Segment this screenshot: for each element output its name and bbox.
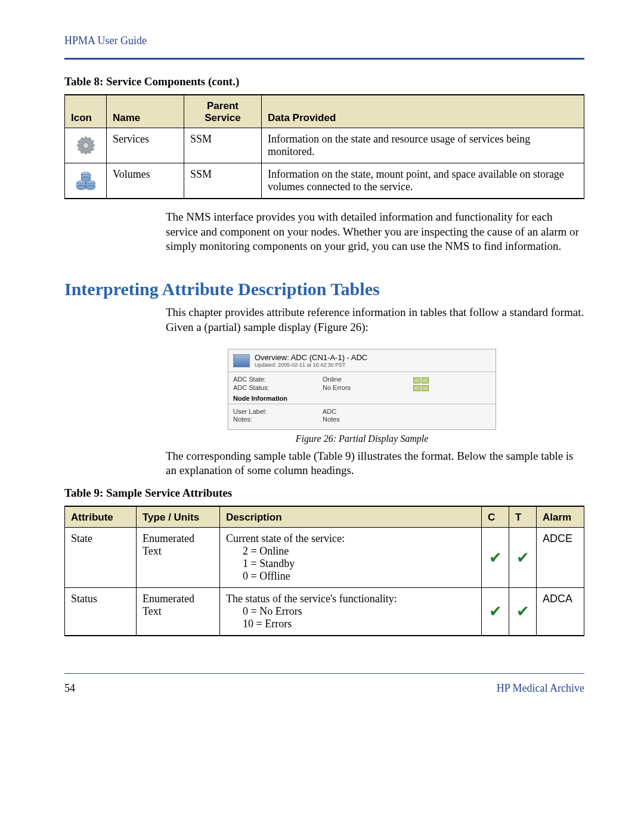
page-number: 54 (64, 682, 75, 695)
status-badge (413, 385, 420, 391)
th-c: C (482, 506, 509, 528)
header-rule (64, 58, 584, 60)
table9: Attribute Type / Units Description C T A… (64, 506, 584, 636)
svg-point-6 (76, 185, 85, 190)
table8-caption: Table 8: Service Components (cont.) (64, 75, 584, 88)
table-row: Status Enumerated Text The status of the… (65, 588, 584, 636)
cell-attr: Status (65, 588, 137, 636)
figure-caption: Figure 26: Partial Display Sample (228, 433, 496, 444)
cell-desc: Current state of the service: 2 = Online… (220, 528, 482, 588)
th-name: Name (107, 95, 184, 128)
server-icon (233, 354, 250, 367)
status-badge (413, 377, 420, 383)
paragraph: The corresponding sample table (Table 9)… (166, 449, 584, 478)
svg-point-9 (86, 185, 95, 190)
table-row: Services SSM Information on the state an… (65, 128, 584, 163)
check-icon: ✔ (488, 549, 503, 567)
fig-value: Online (323, 376, 412, 383)
fig-value: ADC (323, 408, 412, 415)
footer-rule (64, 673, 584, 674)
figure-26: Overview: ADC (CN1-A-1) - ADC Updated: 2… (228, 349, 496, 444)
th-type: Type / Units (137, 506, 220, 528)
status-badge (422, 377, 429, 383)
gear-icon (71, 134, 100, 157)
svg-point-0 (83, 143, 89, 148)
table-row: State Enumerated Text Current state of t… (65, 528, 584, 588)
check-icon: ✔ (488, 602, 503, 621)
page-header: HPMA User Guide (64, 35, 584, 47)
cell-name: Volumes (107, 163, 184, 199)
cell-type: Enumerated Text (137, 528, 220, 588)
table9-caption: Table 9: Sample Service Attributes (64, 487, 584, 500)
th-parent: Parent Service (184, 95, 262, 128)
paragraph: This chapter provides attribute referenc… (166, 305, 584, 335)
cell-data: Information on the state and resource us… (262, 128, 584, 163)
figure-title: Overview: ADC (CN1-A-1) - ADC (255, 353, 367, 362)
cell-name: Services (107, 128, 184, 163)
table-row: Volumes SSM Information on the state, mo… (65, 163, 584, 199)
th-alarm: Alarm (537, 506, 584, 528)
fig-value: No Errors (323, 384, 412, 391)
check-icon: ✔ (515, 602, 530, 621)
th-attr: Attribute (65, 506, 137, 528)
cell-alarm: ADCA (537, 588, 584, 636)
th-desc: Description (220, 506, 482, 528)
fig-label: User Label: (233, 408, 323, 415)
cell-desc: The status of the service's functionalit… (220, 588, 482, 636)
cell-parent: SSM (184, 128, 262, 163)
cell-type: Enumerated Text (137, 588, 220, 636)
fig-label: ADC Status: (233, 384, 323, 391)
check-icon: ✔ (515, 549, 530, 567)
th-data: Data Provided (262, 95, 584, 128)
cell-alarm: ADCE (537, 528, 584, 588)
footer-brand: HP Medical Archive (497, 682, 584, 695)
fig-section: Node Information (233, 395, 491, 402)
th-icon: Icon (65, 95, 107, 128)
fig-value: Notes (323, 416, 412, 423)
status-badge (422, 385, 429, 391)
fig-label: ADC State: (233, 376, 323, 383)
fig-label: Notes: (233, 416, 323, 423)
cell-data: Information on the state, mount point, a… (262, 163, 584, 199)
th-t: T (509, 506, 537, 528)
volumes-icon (71, 169, 100, 192)
table8: Icon Name Parent Service Data Provided S… (64, 94, 584, 199)
section-heading: Interpreting Attribute Description Table… (64, 279, 584, 299)
cell-parent: SSM (184, 163, 262, 199)
figure-subtitle: Updated: 2005-02-11 at 16:42:30 PST (255, 362, 367, 368)
cell-attr: State (65, 528, 137, 588)
paragraph: The NMS interface provides you with deta… (166, 210, 584, 254)
